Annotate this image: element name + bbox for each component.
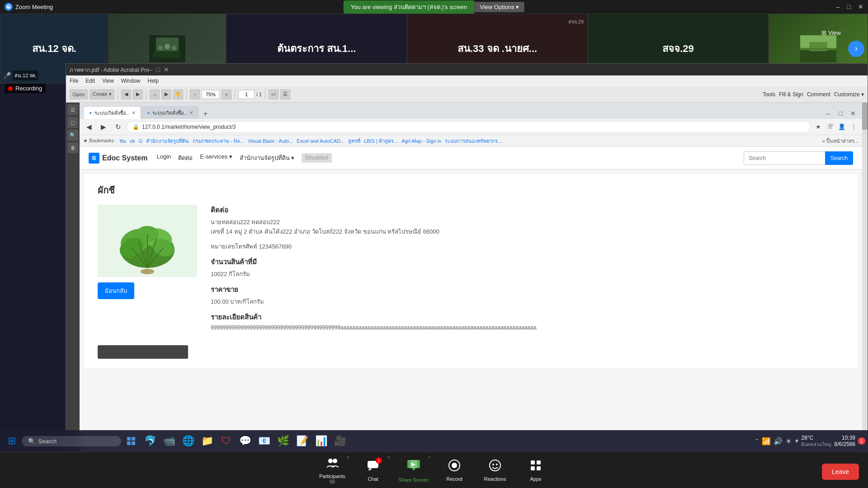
browser-fwd-btn[interactable]: ▶ [98,121,109,133]
nav-contact[interactable]: ติดต่อ [178,153,193,163]
sidebar-bookmark-tool[interactable]: ☰ [67,104,78,115]
browser-tab-2[interactable]: ● ระบบเกิดสั่งซื้อ.. ✕ [141,106,199,119]
taskbar-search[interactable]: 🔍 Search [22,436,121,446]
tools-btn[interactable]: Tools [763,91,775,98]
excel-icon[interactable]: 📊 [312,432,330,450]
comment-btn[interactable]: Comment [807,91,830,98]
camera-app-icon[interactable]: 🎥 [331,432,349,450]
bookmark-agrimap[interactable]: Agri-Map - Sign in [401,138,441,144]
start-menu-btn[interactable]: ⊞ [3,432,21,450]
file-explorer-icon[interactable]: 📁 [198,432,216,450]
menu-window[interactable]: Window [121,78,141,84]
browser-tab-1-close[interactable]: ✕ [132,110,135,115]
page-scrollbar[interactable] [862,103,868,451]
chat-btn[interactable]: ^ 1 Chat [353,454,393,487]
tab-restore-btn[interactable]: □ [835,108,846,119]
toolbar-create-btn[interactable]: Create ▾ [90,89,114,99]
address-bar[interactable]: 🔒 127.0.0.1/market/home/view_product/3 [127,121,811,133]
bookmark-vba[interactable]: Visual Basic : Auto... [248,138,293,144]
participants-btn[interactable]: ^ Participants 56 [312,454,353,487]
acrobat-restore[interactable]: □ [156,66,160,73]
bookmark-star-icon[interactable]: ★ [813,122,823,132]
view-layout-btn[interactable]: ⊞ View [821,29,841,36]
share-screen-btn[interactable]: ^ Share Screen [393,454,434,487]
extensions-icon[interactable]: ⛈ [825,122,835,132]
antivirus-icon[interactable]: 🛡 [217,432,235,450]
menu-view[interactable]: View [102,78,114,84]
record-btn[interactable]: Record [434,454,475,487]
system-clock[interactable]: 10:39 8/6/2566 [834,435,855,447]
acrobat-minimize[interactable]: – [149,66,153,73]
sidebar-annot-tool[interactable]: 🗑 [67,142,78,153]
bookmark-lbis[interactable]: LBIS | ค้าสูตร... [364,137,398,145]
maximize-btn[interactable]: □ [847,3,851,10]
acrobat-close[interactable]: ✕ [164,66,169,73]
scrollbar-thumb[interactable] [862,103,868,130]
reactions-btn[interactable]: Reactions [475,454,515,487]
toolbar-fit-btn[interactable]: ▭ [269,89,278,99]
tab-close-btn[interactable]: ✕ [848,108,859,119]
bookmark-system[interactable]: ระบบการสนองทรัพยากร... [445,137,502,145]
bookmark-overflow[interactable]: » ปิ้นหน้าส่าหร... [822,137,859,145]
back-button[interactable]: ย้อนกลับ [98,282,134,299]
toolbar-hand-btn[interactable]: ✋ [173,89,183,99]
toolbar-home-btn[interactable]: ⌂ [150,89,160,99]
line-chat-icon[interactable]: 💬 [236,432,254,450]
bookmark-1[interactable]: ชน [119,137,126,145]
next-participants-btn[interactable]: › [848,41,864,57]
bookmark-g[interactable]: G [139,138,143,144]
browser-back-btn[interactable]: ◀ [83,121,95,133]
minimize-btn[interactable]: – [836,3,840,10]
toolbar-open-btn[interactable]: Open [70,89,88,99]
apps-btn[interactable]: Apps [515,454,556,487]
close-btn[interactable]: ✕ [858,3,863,10]
toolbar-back-btn[interactable]: ◀ [121,89,131,99]
browser-tab-2-close[interactable]: ✕ [189,110,193,115]
menu-help[interactable]: Help [148,78,159,84]
toolbar-zoom-in-btn[interactable]: + [222,89,231,99]
menu-edit[interactable]: Edit [85,78,95,84]
zoom-taskbar-icon[interactable]: 📹 [160,432,178,450]
toolbar-grid-btn[interactable]: ☰ [280,89,290,99]
nav-login[interactable]: Login [156,153,171,163]
notification-badge[interactable]: 1 [858,437,865,445]
browser-menu-icon[interactable]: ⋮ [849,122,859,132]
disabled-badge: Disabled [302,153,332,163]
mail-icon[interactable]: 📧 [255,432,273,450]
nav-office[interactable]: สำนักงานจัดรูปที่ดิน ▾ [240,153,295,163]
bookmark-formula[interactable]: สูตรที่ [348,137,360,145]
browser-reload-btn[interactable]: ↻ [112,121,124,133]
tab-minimize-btn[interactable]: – [822,108,833,119]
bookmark-excel[interactable]: Excel and AutoCAD... [297,138,344,144]
bookmark-ok[interactable]: ok [130,138,135,144]
edge-browser-icon[interactable]: 🌐 [179,432,197,450]
bookmark-irr[interactable]: กรมกชลประทาน - Re... [193,137,244,145]
dolphin-app-icon[interactable]: 🐬 [141,432,159,450]
brightness-icon[interactable]: ☀ [785,437,792,446]
sidebar-page-tool[interactable]: ▢ [67,117,78,128]
volume-icon[interactable]: 🔊 [774,437,783,446]
network-icon[interactable]: 📶 [762,437,771,446]
page-number-input[interactable] [238,90,255,99]
tray-chevron[interactable]: ⌃ [755,438,759,444]
toolbar-zoom-out-btn[interactable]: − [190,89,200,99]
leave-btn[interactable]: Leave [822,464,859,480]
fill-sign-btn[interactable]: Fill & Sign [779,91,803,98]
sidebar-search-tool[interactable]: 🔍 [67,130,78,141]
browser-new-tab-btn[interactable]: + [199,109,212,119]
edoc-search-btn[interactable]: Search [825,151,853,165]
taskview-btn[interactable] [122,432,140,450]
profile-icon[interactable]: 👤 [837,122,847,132]
nav-eservices[interactable]: E-services ▾ [200,153,232,163]
zoom-level-input[interactable] [202,90,220,99]
menu-file[interactable]: File [70,78,78,84]
word-icon[interactable]: 📝 [293,432,311,450]
bookmark-land[interactable]: สำนักงานจัดรูปที่ดิน [146,137,189,145]
browser-tab-1[interactable]: ● ระบบเกิดสั่งซื้อ.. ✕ [83,106,141,119]
customize-btn[interactable]: Customize ▾ [834,91,864,98]
toolbar-fwd-btn[interactable]: ▶ [133,89,143,99]
view-options-btn[interactable]: View Options ▾ [474,2,524,12]
edoc-search-input[interactable] [744,151,825,165]
greens-app-icon[interactable]: 🌿 [274,432,292,450]
toolbar-select-btn[interactable]: ▶ [161,89,171,99]
